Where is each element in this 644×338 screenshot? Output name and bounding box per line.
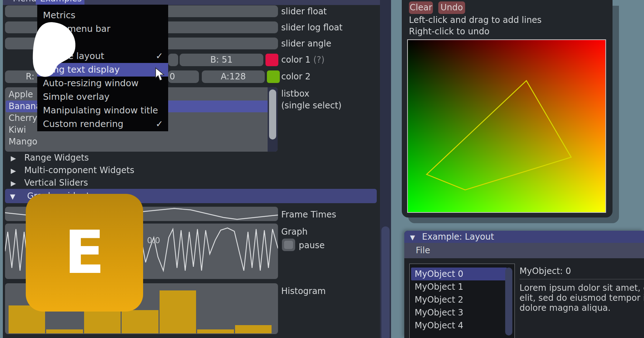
window-scrollbar-thumb[interactable]: [381, 226, 390, 338]
listbox-label-2: (single select): [281, 101, 342, 111]
menu-item-metrics[interactable]: Metrics: [37, 9, 168, 22]
graph-overlay-value: 0.0: [147, 236, 160, 245]
tree-node-multi-component[interactable]: ▶ Multi-component Widgets: [11, 164, 134, 177]
drawing-canvas[interactable]: [407, 39, 606, 213]
color2-b-field[interactable]: 0: [168, 70, 199, 83]
instruction-line-2: Right-click to undo: [409, 26, 489, 36]
desktop: Menu Examples slider float slider log fl…: [0, 0, 644, 338]
menu-item-manipulating-window-title[interactable]: Manipulating window title: [37, 104, 168, 117]
example-layout-window: ▼ Example: Layout File MyObject 0 MyObje…: [404, 231, 644, 338]
tree-node-vertical-sliders[interactable]: ▶ Vertical Sliders: [11, 177, 88, 189]
slider-log-float-label: slider log float: [281, 23, 342, 33]
clear-button[interactable]: Clear: [409, 1, 433, 14]
menu-bar: Menu Examples: [3, 0, 391, 5]
annotation-blob: [25, 21, 79, 80]
histogram-label: Histogram: [281, 286, 326, 296]
color2-swatch[interactable]: [267, 70, 280, 83]
slider-float-label: slider float: [281, 6, 327, 16]
pause-checkbox-label: pause: [299, 240, 325, 250]
separator: [519, 279, 644, 279]
slider-angle-label: slider angle: [281, 39, 331, 49]
color2-a-field[interactable]: A:128: [202, 70, 265, 83]
listbox-label: listbox: [281, 89, 309, 99]
check-icon: ✓: [156, 49, 163, 63]
chevron-right-icon: ▶: [11, 152, 21, 165]
undo-button[interactable]: Undo: [438, 1, 465, 14]
menu-item-file[interactable]: File: [404, 245, 430, 255]
key-overlay-e: E: [26, 194, 143, 312]
color1-g-field[interactable]: [168, 54, 178, 66]
listbox-scrollbar[interactable]: [268, 87, 278, 152]
example-layout-menubar: File: [404, 243, 644, 258]
graph-label: Graph: [281, 227, 308, 237]
check-icon: ✓: [156, 117, 163, 131]
chevron-down-icon: ▼: [5, 189, 24, 204]
pause-checkbox[interactable]: [282, 239, 295, 251]
detail-title: MyObject: 0: [519, 266, 644, 276]
color1-b-field[interactable]: B: 51: [180, 54, 263, 66]
color1-label: color 1 (?): [281, 55, 325, 65]
chevron-down-icon[interactable]: ▼: [404, 231, 419, 244]
menu-item-simple-overlay[interactable]: Simple overlay: [37, 90, 168, 104]
list-item[interactable]: MyObject 4: [411, 319, 507, 332]
list-item-selected[interactable]: MyObject 0: [411, 268, 507, 280]
color1-help-icon[interactable]: (?): [313, 55, 325, 65]
myobject-list: MyObject 0 MyObject 1 MyObject 2 MyObjec…: [409, 264, 515, 338]
detail-body: Lorem ipsum dolor sit amet, co elit, sed…: [519, 283, 644, 313]
instruction-line-1: Left-click and drag to add lines: [409, 15, 542, 25]
listbox-scrollbar-thumb[interactable]: [269, 89, 276, 139]
list-item[interactable]: Mango: [6, 136, 270, 148]
chevron-right-icon: ▶: [11, 177, 21, 190]
menu-item-custom-rendering[interactable]: Custom rendering ✓: [37, 117, 168, 131]
tree-node-range-widgets[interactable]: ▶ Range Widgets: [11, 152, 89, 164]
custom-rendering-window: Clear Undo Left-click and drag to add li…: [402, 0, 613, 217]
key-letter: E: [64, 223, 105, 282]
color1-swatch[interactable]: [265, 54, 278, 66]
menu-item-examples[interactable]: Examples: [36, 0, 84, 5]
canvas-polygon: [408, 40, 605, 212]
chevron-right-icon: ▶: [11, 165, 21, 177]
list-scrollbar-thumb[interactable]: [505, 268, 512, 335]
frame-times-label: Frame Times: [281, 210, 336, 220]
window-title: Example: Layout: [422, 232, 494, 242]
mouse-cursor-icon: [155, 67, 167, 82]
list-item[interactable]: MyObject 2: [411, 293, 507, 306]
color2-label: color 2: [281, 72, 311, 82]
list-item[interactable]: MyObject 1: [411, 280, 507, 293]
example-layout-titlebar[interactable]: ▼ Example: Layout: [404, 231, 644, 243]
list-item[interactable]: MyObject 3: [411, 306, 507, 319]
